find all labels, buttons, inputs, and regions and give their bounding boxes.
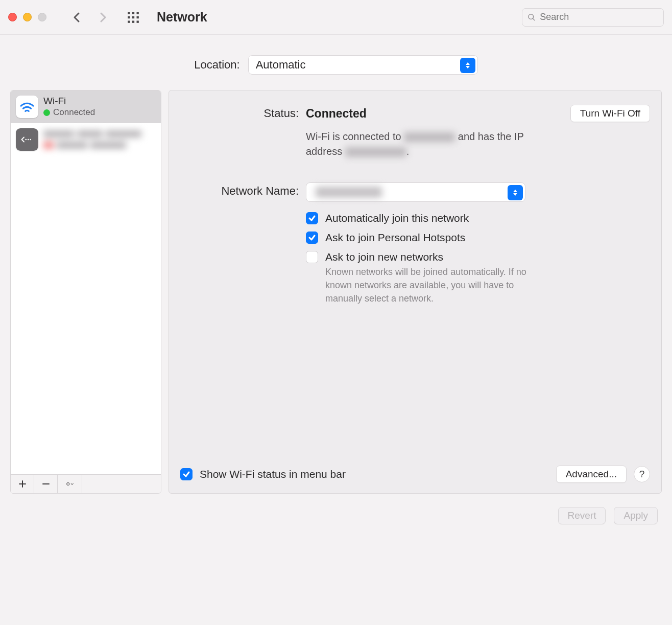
interface-status: Connected <box>43 107 95 118</box>
redacted-ip: xxxx <box>345 147 406 157</box>
auto-join-checkbox[interactable] <box>306 212 318 224</box>
grid-icon <box>127 11 140 24</box>
status-dot-icon <box>43 109 50 116</box>
interface-name: Wi-Fi <box>43 96 95 107</box>
remove-interface-button[interactable] <box>34 475 58 493</box>
minus-icon <box>42 480 50 488</box>
minimize-window-button[interactable] <box>23 13 32 21</box>
apply-button[interactable]: Apply <box>614 507 658 524</box>
location-label: Location: <box>194 58 239 72</box>
add-interface-button[interactable] <box>11 475 34 493</box>
svg-point-12 <box>28 139 29 141</box>
window-controls <box>8 13 46 21</box>
network-name-label: Network Name: <box>180 182 299 198</box>
redacted-network-name <box>316 187 382 198</box>
status-description: Wi-Fi is connected to xxxx and has the I… <box>306 129 531 159</box>
svg-line-10 <box>533 18 535 20</box>
panel-footer: Show Wi-Fi status in menu bar Advanced..… <box>180 466 650 483</box>
location-value: Automatic <box>256 58 306 72</box>
check-icon <box>308 214 316 222</box>
status-label: Status: <box>180 105 299 120</box>
status-value: Connected <box>306 107 367 121</box>
sidebar-item-wifi[interactable]: Wi-Fi Connected <box>11 90 161 123</box>
gear-menu-icon <box>66 480 74 488</box>
search-icon <box>527 13 536 22</box>
select-arrows-icon <box>508 185 523 200</box>
redacted-ssid: xxxx <box>404 132 455 142</box>
plus-icon <box>18 480 27 488</box>
network-adapter-icon <box>16 128 38 151</box>
interface-list: Wi-Fi Connected <box>11 90 161 474</box>
svg-rect-7 <box>132 20 134 22</box>
svg-rect-2 <box>137 12 139 14</box>
svg-rect-0 <box>128 12 130 14</box>
advanced-button[interactable]: Advanced... <box>556 466 627 483</box>
ask-hotspot-label: Ask to join Personal Hotspots <box>325 232 465 244</box>
svg-point-13 <box>30 139 31 141</box>
help-button[interactable]: ? <box>634 466 650 482</box>
check-icon <box>182 470 190 478</box>
details-panel: Status: Connected Turn Wi-Fi Off Wi-Fi i… <box>169 90 662 494</box>
auto-join-label: Automatically join this network <box>325 212 469 224</box>
location-select[interactable]: Automatic <box>248 55 478 75</box>
svg-point-11 <box>25 139 27 141</box>
interface-sidebar: Wi-Fi Connected <box>10 90 161 494</box>
chevron-left-icon <box>71 11 83 24</box>
forward-button <box>92 7 113 28</box>
select-arrows-icon <box>460 58 475 73</box>
main-area: Wi-Fi Connected <box>0 90 672 494</box>
chevron-right-icon <box>97 11 109 24</box>
show-all-button[interactable] <box>123 7 143 28</box>
ask-new-help: Known networks will be joined automatica… <box>325 265 545 305</box>
show-menu-row: Show Wi-Fi status in menu bar <box>180 468 346 480</box>
window-title: Network <box>157 10 207 25</box>
back-button[interactable] <box>67 7 87 28</box>
svg-rect-5 <box>137 16 139 18</box>
show-menu-checkbox[interactable] <box>180 468 193 480</box>
sidebar-footer <box>11 474 161 493</box>
bottom-bar: Revert Apply <box>0 494 672 524</box>
toolbar: Network <box>0 0 672 35</box>
sidebar-item-other[interactable] <box>11 123 161 156</box>
ask-new-row: Ask to join new networks <box>306 251 650 263</box>
auto-join-row: Automatically join this network <box>306 212 650 224</box>
revert-button[interactable]: Revert <box>558 507 606 524</box>
wifi-icon <box>16 96 38 118</box>
svg-rect-6 <box>128 20 130 22</box>
redacted-interface <box>43 130 141 149</box>
svg-rect-8 <box>137 20 139 22</box>
svg-point-9 <box>529 14 534 19</box>
check-icon <box>308 234 316 242</box>
ask-hotspot-checkbox[interactable] <box>306 232 318 244</box>
search-input[interactable] <box>540 12 658 22</box>
svg-rect-1 <box>132 12 134 14</box>
search-field[interactable] <box>522 8 664 27</box>
zoom-window-button <box>38 13 46 21</box>
ask-new-label: Ask to join new networks <box>325 251 443 263</box>
svg-rect-4 <box>132 16 134 18</box>
close-window-button[interactable] <box>8 13 17 21</box>
svg-point-15 <box>67 483 68 484</box>
toggle-wifi-button[interactable]: Turn Wi-Fi Off <box>570 105 650 122</box>
ask-new-checkbox[interactable] <box>306 251 318 263</box>
location-row: Location: Automatic <box>0 35 672 90</box>
show-menu-label: Show Wi-Fi status in menu bar <box>200 468 346 480</box>
network-name-select[interactable] <box>306 182 525 202</box>
interface-action-menu[interactable] <box>58 475 82 493</box>
ask-hotspot-row: Ask to join Personal Hotspots <box>306 232 650 244</box>
svg-rect-3 <box>128 16 130 18</box>
